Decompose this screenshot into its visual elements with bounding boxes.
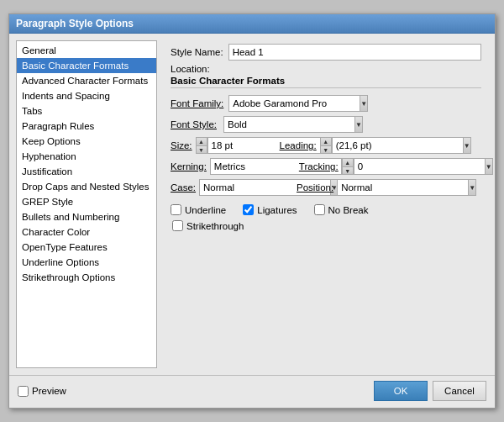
tracking-up-btn[interactable]: ▲: [342, 158, 354, 166]
font-family-input[interactable]: [228, 95, 360, 112]
preview-group: Preview: [18, 386, 66, 397]
sidebar-item-14[interactable]: Underline Options: [17, 255, 156, 270]
sidebar-item-10[interactable]: GREP Style: [17, 194, 156, 209]
dialog-body: GeneralBasic Character FormatsAdvanced C…: [9, 34, 495, 375]
font-family-label: Font Family:: [171, 98, 223, 108]
cancel-button[interactable]: Cancel: [433, 381, 486, 401]
sidebar-item-2[interactable]: Advanced Character Formats: [17, 73, 156, 88]
tracking-label: Tracking:: [299, 161, 339, 171]
position-group: Position: ▼: [297, 179, 421, 196]
size-group: Size: ▲ ▼ ▼: [171, 137, 266, 154]
position-dropdown-btn[interactable]: ▼: [468, 179, 476, 196]
sidebar: GeneralBasic Character FormatsAdvanced C…: [16, 40, 157, 368]
location-label: Location:: [171, 64, 210, 74]
leading-dropdown-btn[interactable]: ▼: [463, 137, 471, 154]
font-style-combo: ▼: [223, 116, 358, 133]
size-up-btn[interactable]: ▲: [196, 137, 207, 145]
case-position-row: Case: ▼ Position: ▼: [171, 179, 481, 196]
dialog-footer: Preview OK Cancel: [9, 375, 495, 408]
paragraph-style-dialog: Paragraph Style Options GeneralBasic Cha…: [8, 13, 496, 409]
checkboxes-row-2: Strikethrough: [172, 220, 481, 231]
sidebar-item-9[interactable]: Drop Caps and Nested Styles: [17, 179, 156, 194]
checkboxes-row-1: Underline Ligatures No Break: [171, 204, 481, 215]
font-style-dropdown-btn[interactable]: ▼: [354, 116, 363, 133]
size-spinner-buttons: ▲ ▼: [196, 137, 207, 154]
underline-label: Underline: [185, 205, 226, 215]
position-label: Position:: [297, 182, 333, 193]
tracking-group: Tracking: ▲ ▼ ▼: [299, 158, 404, 175]
case-group: Case: ▼: [171, 179, 283, 196]
font-style-label: Font Style:: [171, 119, 217, 129]
tracking-combo: ▼: [354, 158, 404, 175]
sidebar-item-15[interactable]: Strikethrough Options: [17, 270, 156, 285]
section-title: Basic Character Formats: [171, 76, 481, 88]
tracking-spinner-wrapper: ▲ ▼ ▼: [342, 158, 404, 175]
strikethrough-checkbox-item: Strikethrough: [172, 220, 244, 231]
kerning-group: Kerning: ▼: [171, 158, 286, 175]
dialog-title: Paragraph Style Options: [9, 14, 495, 34]
position-combo: ▼: [337, 179, 421, 196]
size-label: Size:: [171, 140, 192, 150]
sidebar-item-8[interactable]: Justification: [17, 164, 156, 179]
size-down-btn[interactable]: ▼: [196, 145, 207, 154]
sidebar-item-0[interactable]: General: [17, 43, 156, 58]
tracking-dropdown-btn[interactable]: ▼: [485, 158, 493, 175]
sidebar-item-13[interactable]: OpenType Features: [17, 240, 156, 255]
footer-buttons: OK Cancel: [374, 381, 486, 401]
no-break-checkbox-item: No Break: [314, 204, 369, 215]
font-style-input[interactable]: [223, 116, 354, 133]
sidebar-item-11[interactable]: Bullets and Numbering: [17, 209, 156, 224]
size-spinner-wrapper: ▲ ▼ ▼: [196, 137, 266, 154]
content-panel: Style Name: Location: Basic Character Fo…: [164, 40, 488, 368]
leading-spinner-wrapper: ▲ ▼ ▼: [320, 137, 399, 154]
font-style-row: Font Style: ▼: [171, 116, 481, 133]
location-row: Location:: [171, 64, 481, 74]
case-combo: ▼: [199, 179, 283, 196]
kerning-label: Kerning:: [171, 161, 207, 171]
no-break-label: No Break: [328, 205, 369, 215]
tracking-input[interactable]: [354, 158, 485, 175]
font-family-row: Font Family: ▼: [171, 95, 481, 112]
sidebar-item-3[interactable]: Indents and Spacing: [17, 88, 156, 103]
sidebar-item-6[interactable]: Keep Options: [17, 134, 156, 149]
tracking-down-btn[interactable]: ▼: [342, 166, 354, 175]
leading-up-btn[interactable]: ▲: [320, 137, 332, 145]
underline-checkbox[interactable]: [171, 204, 181, 215]
leading-spinner-buttons: ▲ ▼: [320, 137, 332, 154]
ok-button[interactable]: OK: [374, 381, 428, 401]
style-name-label: Style Name:: [171, 47, 223, 57]
ligatures-checkbox[interactable]: [243, 204, 254, 215]
strikethrough-label: Strikethrough: [186, 221, 244, 231]
size-combo: ▼: [207, 137, 266, 154]
font-family-dropdown-btn[interactable]: ▼: [360, 95, 368, 112]
font-style-container: ▼: [223, 116, 358, 133]
leading-input[interactable]: [332, 137, 463, 154]
style-name-input[interactable]: [228, 44, 481, 61]
size-leading-row: Size: ▲ ▼ ▼ Leading:: [171, 137, 481, 154]
sidebar-item-1[interactable]: Basic Character Formats: [17, 58, 156, 73]
ligatures-label: Ligatures: [257, 205, 297, 215]
ligatures-checkbox-item: Ligatures: [243, 204, 297, 215]
style-name-row: Style Name:: [171, 44, 481, 61]
sidebar-item-7[interactable]: Hyphenation: [17, 149, 156, 164]
preview-label: Preview: [32, 386, 66, 396]
leading-label: Leading:: [280, 140, 317, 150]
sidebar-item-4[interactable]: Tabs: [17, 103, 156, 119]
leading-down-btn[interactable]: ▼: [320, 145, 332, 154]
leading-group: Leading: ▲ ▼ ▼: [280, 137, 399, 154]
no-break-checkbox[interactable]: [314, 204, 325, 215]
tracking-spinner-buttons: ▲ ▼: [342, 158, 354, 175]
font-family-container: ▼: [228, 95, 363, 112]
preview-checkbox[interactable]: [18, 386, 29, 397]
kerning-combo: ▼: [210, 158, 286, 175]
strikethrough-checkbox[interactable]: [172, 220, 183, 231]
font-family-combo: ▼: [228, 95, 363, 112]
kerning-tracking-row: Kerning: ▼ Tracking: ▲ ▼: [171, 158, 481, 175]
underline-checkbox-item: Underline: [171, 204, 226, 215]
leading-combo: ▼: [332, 137, 399, 154]
sidebar-item-12[interactable]: Character Color: [17, 224, 156, 240]
position-input[interactable]: [337, 179, 468, 196]
case-label: Case:: [171, 182, 196, 193]
sidebar-item-5[interactable]: Paragraph Rules: [17, 119, 156, 134]
